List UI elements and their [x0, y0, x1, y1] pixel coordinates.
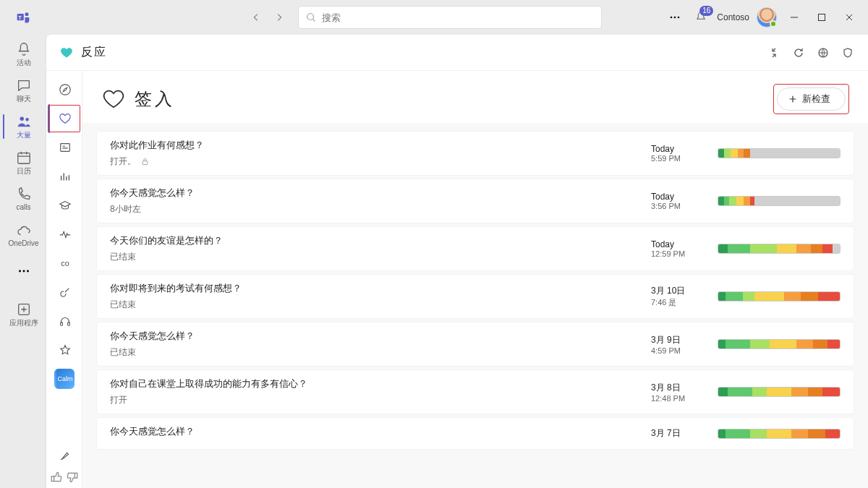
tool-feedback[interactable]: [50, 471, 79, 484]
svg-text:T: T: [18, 14, 22, 21]
title-bar: T 16 Contoso: [0, 0, 868, 35]
checkin-question: 今天你们的友谊是怎样的？: [110, 234, 639, 247]
checkin-datetime: 3月 8日12:48 PM: [651, 382, 706, 403]
main-pane: 签入 新检查 你对此作业有何感想？打开。Today5:59 PM你今天感觉怎么样…: [82, 71, 868, 488]
tool-star[interactable]: [48, 335, 81, 364]
chat-icon: [16, 77, 32, 93]
checkin-list[interactable]: 你对此作业有何感想？打开。Today5:59 PM你今天感觉怎么样？8小时左To…: [82, 123, 868, 488]
search-box[interactable]: [298, 6, 602, 29]
refresh-button[interactable]: [791, 46, 806, 60]
checkin-card[interactable]: 你对此作业有何感想？打开。Today5:59 PM: [97, 132, 854, 175]
checkin-card[interactable]: 今天你们的友谊是怎样的？已结束Today12:59 PM: [97, 227, 854, 270]
phone-icon: [16, 187, 32, 202]
thumbs-up-icon: [50, 471, 63, 484]
svg-rect-17: [61, 144, 70, 152]
checkin-card[interactable]: 你对自己在课堂上取得成功的能力有多有信心？打开3月 8日12:48 PM: [97, 370, 854, 414]
checkin-card[interactable]: 你对即将到来的考试有何感想？已结束3月 10日7:46 是: [97, 275, 854, 318]
notifications-button[interactable]: 16: [692, 9, 710, 26]
user-avatar[interactable]: [757, 7, 777, 27]
tool-chart[interactable]: [48, 162, 81, 191]
checkin-datetime: Today12:59 PM: [651, 239, 706, 258]
heart-icon: [101, 87, 126, 111]
org-name: Contoso: [717, 12, 749, 22]
tool-rail: co Calm: [46, 71, 82, 488]
checkin-status: 已结束: [110, 251, 639, 263]
ellipsis-icon: [16, 263, 32, 279]
nav-back-button[interactable]: [246, 7, 266, 27]
rail-label: calls: [16, 203, 30, 211]
rail-activity[interactable]: 活动: [1, 36, 45, 72]
tool-compass[interactable]: [48, 75, 81, 104]
tool-calm[interactable]: Calm: [54, 369, 75, 389]
calendar-icon: [16, 150, 32, 166]
rail-onedrive[interactable]: OneDrive: [1, 217, 45, 253]
tool-reader[interactable]: [48, 133, 81, 162]
checkin-datetime: Today3:56 PM: [651, 192, 706, 210]
shield-button[interactable]: [841, 46, 855, 60]
tool-brush[interactable]: [48, 445, 81, 466]
svg-point-3: [307, 14, 314, 20]
svg-point-1: [25, 12, 29, 16]
rail-label: 应用程序: [9, 318, 38, 328]
rail-chat[interactable]: 聊天: [1, 72, 45, 108]
tool-pulse[interactable]: [48, 220, 81, 249]
lock-icon: [140, 157, 150, 166]
window-minimize-button[interactable]: [784, 7, 804, 27]
more-options-button[interactable]: [665, 12, 685, 23]
tool-headphones[interactable]: [48, 307, 81, 335]
nav-forward-button[interactable]: [269, 7, 289, 27]
tool-checkin[interactable]: [48, 104, 81, 133]
distribution-bar: [718, 387, 841, 397]
svg-point-13: [27, 270, 29, 272]
history-nav: [246, 7, 289, 27]
app-title: 反应: [81, 45, 107, 60]
notification-badge: 16: [699, 6, 713, 16]
plus-icon: [788, 94, 798, 104]
rail-label: 大量: [17, 130, 31, 140]
checkin-status: 已结束: [110, 346, 639, 359]
rail-label: 日历: [17, 166, 31, 176]
checkin-question: 你今天感觉怎么样？: [110, 425, 639, 438]
rail-calendar[interactable]: 日历: [1, 145, 45, 181]
new-checkin-highlight: 新检查: [773, 84, 849, 114]
window-maximize-button[interactable]: [812, 7, 832, 27]
globe-button[interactable]: [816, 46, 830, 60]
checkin-status: 8小时左: [110, 203, 639, 215]
tool-guitar[interactable]: [48, 278, 81, 307]
checkin-status: 已结束: [110, 299, 639, 311]
checkin-datetime: Today5:59 PM: [651, 144, 706, 163]
svg-point-16: [60, 85, 70, 95]
checkin-datetime: 3月 7日: [651, 427, 706, 440]
people-icon: [16, 114, 32, 129]
svg-rect-20: [142, 161, 148, 165]
svg-point-8: [20, 116, 24, 121]
presence-indicator: [770, 20, 777, 27]
svg-point-11: [19, 270, 21, 272]
svg-rect-7: [819, 14, 825, 21]
content-area: 反应: [46, 35, 868, 488]
app-sub-header: 反应: [46, 35, 868, 71]
tool-grad[interactable]: [48, 191, 81, 220]
checkin-question: 你对自己在课堂上取得成功的能力有多有信心？: [110, 377, 639, 390]
checkin-question: 你对即将到来的考试有何感想？: [110, 282, 639, 295]
collapse-button[interactable]: [767, 46, 781, 60]
rail-more[interactable]: [1, 253, 45, 289]
svg-point-4: [671, 17, 673, 19]
checkin-card[interactable]: 你今天感觉怎么样？已结束3月 9日4:59 PM: [97, 322, 854, 366]
window-close-button[interactable]: [839, 7, 859, 27]
rail-calls[interactable]: calls: [1, 181, 45, 217]
checkin-card[interactable]: 你今天感觉怎么样？8小时左Today3:56 PM: [97, 179, 854, 223]
bell-icon: [16, 41, 32, 57]
distribution-bar: [718, 244, 841, 254]
cloud-icon: [16, 223, 32, 239]
checkin-card[interactable]: 你今天感觉怎么样？3月 7日: [97, 418, 854, 449]
new-checkin-button[interactable]: 新检查: [777, 87, 846, 111]
tool-co[interactable]: co: [48, 249, 81, 278]
checkin-question: 你今天感觉怎么样？: [110, 330, 639, 343]
distribution-bar: [718, 339, 841, 349]
rail-teams[interactable]: 大量: [1, 108, 45, 145]
checkin-question: 你今天感觉怎么样？: [110, 187, 639, 200]
search-input[interactable]: [322, 12, 594, 23]
teams-logo: T: [6, 10, 41, 25]
rail-apps[interactable]: 应用程序: [1, 296, 45, 333]
